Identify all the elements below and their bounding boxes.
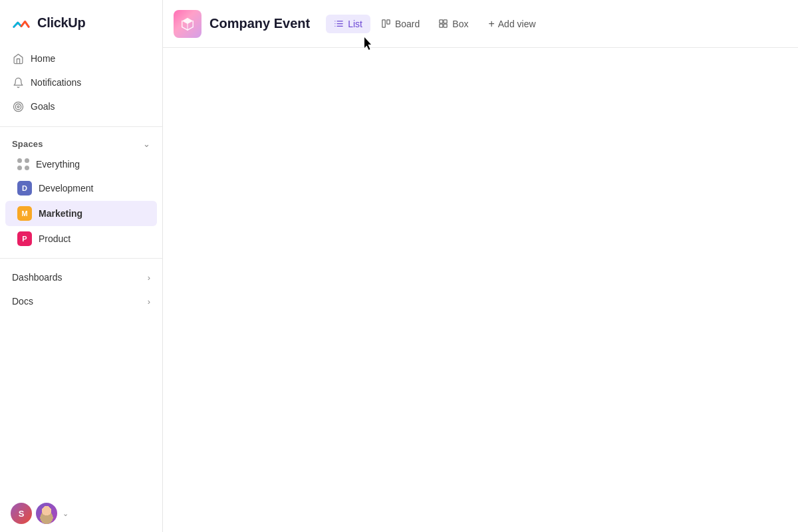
sidebar-item-home[interactable]: Home bbox=[5, 47, 157, 70]
home-icon bbox=[12, 53, 24, 65]
sidebar-item-everything[interactable]: Everything bbox=[5, 153, 157, 176]
main-content: Company Event List bbox=[163, 0, 798, 532]
svg-point-2 bbox=[17, 106, 19, 108]
sidebar-item-product-label: Product bbox=[39, 233, 70, 244]
topbar: Company Event List bbox=[163, 0, 798, 48]
svg-rect-11 bbox=[440, 20, 443, 23]
svg-point-1 bbox=[15, 104, 21, 110]
tab-list-label: List bbox=[348, 19, 362, 29]
project-title: Company Event bbox=[209, 16, 310, 31]
tab-list[interactable]: List bbox=[326, 15, 370, 33]
sidebar-item-marketing-label: Marketing bbox=[39, 208, 82, 219]
profile-chevron-icon: ⌄ bbox=[63, 509, 68, 518]
add-view-label: Add view bbox=[498, 19, 536, 29]
sidebar-item-docs-label: Docs bbox=[12, 296, 33, 307]
chevron-right-icon-docs: › bbox=[148, 297, 150, 307]
board-icon bbox=[381, 19, 391, 29]
sidebar-nav: Home Notifications Goals bbox=[0, 44, 162, 121]
sidebar-item-docs[interactable]: Docs › bbox=[0, 289, 162, 313]
sidebar-item-marketing[interactable]: M Marketing bbox=[5, 201, 157, 226]
logo-text: ClickUp bbox=[37, 15, 85, 31]
sidebar-item-everything-label: Everything bbox=[36, 159, 80, 170]
bell-icon bbox=[12, 76, 24, 88]
tab-box-label: Box bbox=[452, 19, 468, 29]
box-icon bbox=[438, 19, 448, 29]
sidebar-item-goals-label: Goals bbox=[31, 101, 55, 112]
content-area bbox=[163, 48, 798, 532]
sidebar-item-product[interactable]: P Product bbox=[5, 226, 157, 251]
clickup-logo-icon bbox=[11, 12, 32, 33]
chevron-down-icon: ⌄ bbox=[143, 139, 150, 149]
sidebar-divider bbox=[0, 126, 162, 127]
logo[interactable]: ClickUp bbox=[0, 0, 162, 44]
sidebar-item-dashboards[interactable]: Dashboards › bbox=[0, 265, 162, 289]
sidebar: ClickUp Home Notifications Goals Spaces … bbox=[0, 0, 163, 532]
cube-icon bbox=[180, 17, 195, 31]
svg-rect-10 bbox=[387, 20, 390, 24]
add-view-button[interactable]: + Add view bbox=[481, 14, 542, 34]
spaces-label: Spaces bbox=[12, 139, 43, 149]
marketing-avatar: M bbox=[17, 206, 32, 221]
chevron-right-icon: › bbox=[148, 273, 150, 283]
sidebar-item-development-label: Development bbox=[39, 183, 94, 194]
svg-rect-9 bbox=[382, 20, 385, 27]
sidebar-item-notifications-label: Notifications bbox=[31, 77, 81, 88]
user-avatar-s: S bbox=[11, 503, 32, 524]
target-icon bbox=[12, 100, 24, 112]
tab-box[interactable]: Box bbox=[430, 15, 476, 33]
user-profile-area[interactable]: S ⌄ bbox=[0, 495, 162, 532]
tab-bar: List Board bbox=[326, 14, 542, 34]
product-avatar: P bbox=[17, 231, 32, 246]
sidebar-item-development[interactable]: D Development bbox=[5, 176, 157, 201]
sidebar-divider-2 bbox=[0, 258, 162, 259]
list-icon bbox=[334, 19, 344, 29]
sidebar-item-goals[interactable]: Goals bbox=[5, 94, 157, 118]
svg-point-0 bbox=[13, 102, 23, 111]
project-icon bbox=[174, 10, 201, 38]
user-avatar-photo bbox=[36, 503, 57, 524]
svg-rect-13 bbox=[440, 24, 443, 27]
tab-board-label: Board bbox=[395, 19, 420, 29]
plus-icon: + bbox=[488, 18, 494, 30]
sidebar-item-notifications[interactable]: Notifications bbox=[5, 70, 157, 94]
everything-icon bbox=[17, 158, 29, 170]
development-avatar: D bbox=[17, 181, 32, 196]
spaces-header[interactable]: Spaces ⌄ bbox=[0, 132, 162, 153]
sidebar-item-dashboards-label: Dashboards bbox=[12, 272, 63, 283]
svg-rect-12 bbox=[444, 20, 447, 23]
svg-rect-14 bbox=[444, 24, 447, 27]
tab-board[interactable]: Board bbox=[373, 15, 428, 33]
sidebar-item-home-label: Home bbox=[31, 53, 55, 64]
